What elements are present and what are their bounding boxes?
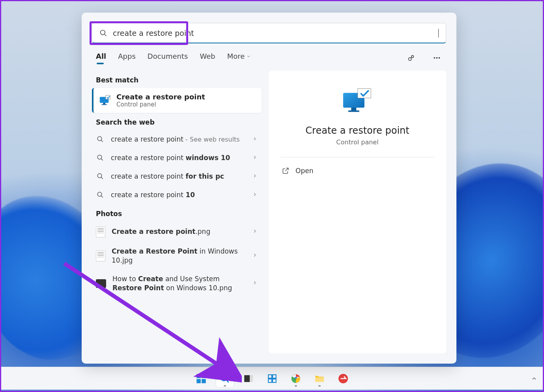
explorer-button[interactable] xyxy=(311,370,328,387)
photo-result[interactable]: Create a Restore Point in Windows 10.jpg xyxy=(92,242,262,270)
result-text: Create a restore point.png xyxy=(112,227,246,236)
svg-line-11 xyxy=(101,159,103,161)
monitor-check-icon xyxy=(341,86,374,116)
best-match-title: Create a restore point xyxy=(116,93,205,101)
chevron-right-icon xyxy=(252,191,258,199)
search-button[interactable] xyxy=(216,370,234,387)
tab-apps[interactable]: Apps xyxy=(118,52,136,63)
svg-rect-18 xyxy=(351,108,356,110)
svg-rect-32 xyxy=(268,379,272,383)
file-icon xyxy=(96,279,106,288)
result-text: Create a Restore Point in Windows 10.jpg xyxy=(112,247,246,265)
svg-line-1 xyxy=(105,34,107,36)
svg-rect-36 xyxy=(315,377,323,382)
photo-result[interactable]: How to Create and Use System Restore Poi… xyxy=(92,270,262,297)
taskview-button[interactable] xyxy=(240,370,257,387)
svg-rect-31 xyxy=(273,375,276,378)
best-match-header: Best match xyxy=(96,76,258,84)
svg-rect-20 xyxy=(358,89,371,98)
system-tray[interactable] xyxy=(531,375,537,382)
result-text: create a restore point - See web results xyxy=(111,135,246,144)
web-result[interactable]: create a restore point for this pc xyxy=(92,167,262,186)
chevron-down-icon xyxy=(246,54,251,59)
chevron-right-icon xyxy=(252,173,258,180)
search-icon xyxy=(99,29,107,37)
svg-rect-30 xyxy=(268,375,272,378)
separator xyxy=(280,157,434,157)
chevron-right-icon xyxy=(252,228,258,235)
svg-rect-23 xyxy=(202,374,206,378)
svg-point-0 xyxy=(101,30,105,35)
svg-rect-24 xyxy=(196,379,201,383)
start-button[interactable] xyxy=(193,370,210,387)
tab-more[interactable]: More xyxy=(227,52,251,63)
detail-subtitle: Control panel xyxy=(336,138,378,146)
svg-rect-6 xyxy=(102,104,107,105)
result-text: How to Create and Use System Restore Poi… xyxy=(112,274,246,293)
svg-point-12 xyxy=(97,174,102,178)
search-query-text: create a restore point xyxy=(113,29,438,37)
svg-rect-22 xyxy=(196,374,201,378)
svg-rect-5 xyxy=(103,103,105,104)
svg-rect-33 xyxy=(273,379,276,383)
search-icon xyxy=(96,191,105,198)
chevron-up-icon xyxy=(531,375,537,382)
svg-point-26 xyxy=(221,375,227,381)
detail-title: Create a restore point xyxy=(305,125,409,136)
widgets-button[interactable] xyxy=(264,370,281,387)
best-match-result[interactable]: Create a restore point Control panel xyxy=(92,88,262,113)
tab-all[interactable]: All xyxy=(96,52,106,63)
best-match-subtitle: Control panel xyxy=(116,101,205,108)
open-icon xyxy=(282,167,289,174)
file-icon xyxy=(96,226,105,237)
chevron-right-icon xyxy=(252,136,258,143)
chevron-right-icon xyxy=(252,280,258,287)
chevron-right-icon xyxy=(252,252,258,259)
web-header: Search the web xyxy=(96,118,258,126)
svg-line-15 xyxy=(101,196,103,198)
tab-documents[interactable]: Documents xyxy=(148,52,188,63)
search-icon xyxy=(96,136,105,143)
search-bar-container: create a restore point xyxy=(92,23,446,43)
result-text: create a restore point for this pc xyxy=(111,172,246,181)
tab-more-label: More xyxy=(227,52,245,60)
photos-header: Photos xyxy=(96,210,258,218)
svg-point-10 xyxy=(97,155,102,160)
start-search-flyout: create a restore point All Apps Document… xyxy=(82,13,456,364)
tab-web[interactable]: Web xyxy=(200,52,215,63)
svg-point-2 xyxy=(409,58,411,60)
search-filter-icon[interactable] xyxy=(406,53,416,63)
more-options-icon[interactable]: ⋯ xyxy=(432,53,442,63)
chrome-button[interactable] xyxy=(287,370,305,387)
results-column: Best match Create a restore point Contro… xyxy=(92,71,262,353)
app-button[interactable] xyxy=(335,370,352,387)
open-action[interactable]: Open xyxy=(280,162,434,179)
filter-tabs: All Apps Documents Web More ⋯ xyxy=(96,52,442,63)
web-result[interactable]: create a restore point 10 xyxy=(92,186,262,204)
svg-line-9 xyxy=(101,140,103,142)
svg-point-8 xyxy=(97,137,102,141)
web-result[interactable]: create a restore point windows 10 xyxy=(92,149,262,167)
result-text: create a restore point 10 xyxy=(111,190,246,200)
result-text: create a restore point windows 10 xyxy=(111,153,246,162)
svg-rect-25 xyxy=(202,379,206,383)
svg-rect-29 xyxy=(250,375,253,382)
svg-point-14 xyxy=(97,192,102,197)
detail-pane: Create a restore point Control panel Ope… xyxy=(269,71,446,353)
chevron-right-icon xyxy=(252,154,258,162)
web-result[interactable]: create a restore point - See web results xyxy=(92,130,262,149)
taskbar xyxy=(1,367,543,390)
search-icon xyxy=(96,154,105,161)
svg-line-27 xyxy=(226,380,229,383)
svg-line-13 xyxy=(101,177,103,179)
open-label: Open xyxy=(295,167,313,175)
search-icon xyxy=(96,173,105,180)
file-icon xyxy=(96,250,105,261)
svg-rect-28 xyxy=(244,375,250,382)
svg-rect-19 xyxy=(348,110,359,112)
search-input[interactable]: create a restore point xyxy=(92,23,446,43)
monitor-icon xyxy=(99,95,111,106)
photo-result[interactable]: Create a restore point.png xyxy=(92,222,262,242)
